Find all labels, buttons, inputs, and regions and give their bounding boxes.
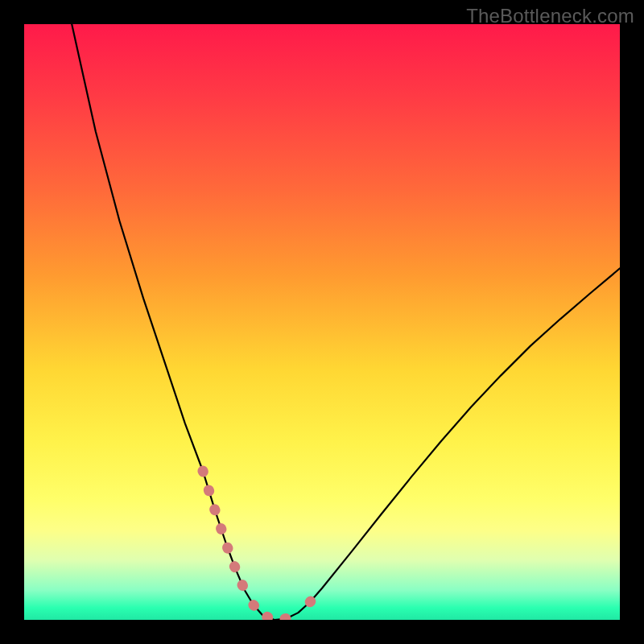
watermark-text: TheBottleneck.com [466,5,634,27]
bottleneck-curve [72,24,620,620]
plot-area [24,24,620,620]
chart-frame: TheBottleneck.com [0,0,644,644]
curve-layer [24,24,620,620]
highlight-left-tail [203,471,245,590]
